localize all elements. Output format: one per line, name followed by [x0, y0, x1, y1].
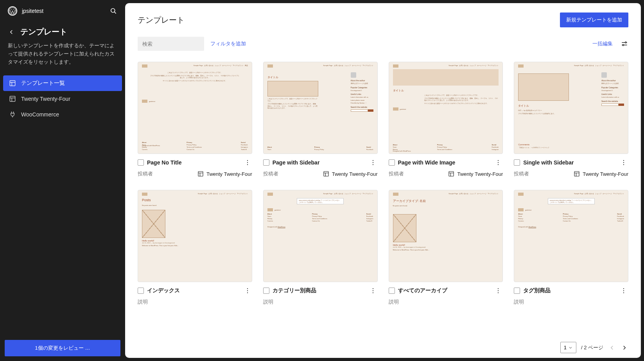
template-title[interactable]: タグ別商品: [523, 287, 616, 294]
template-title[interactable]: Page with Sidebar: [273, 159, 365, 166]
template-thumbnail[interactable]: Sample Pageお問い合わせショップホームページマイアカウント Posts…: [138, 190, 252, 282]
svg-point-31: [498, 292, 499, 293]
more-actions-button[interactable]: [243, 158, 252, 167]
meta-author-label: 投稿者: [138, 170, 153, 177]
layout-icon: [323, 170, 330, 177]
add-filter-link[interactable]: フィルタを追加: [210, 40, 246, 47]
svg-point-29: [498, 288, 499, 289]
svg-point-25: [247, 292, 248, 293]
template-thumbnail[interactable]: Sample Pageお問い合わせショップホームページマイアカウント wooco…: [263, 190, 378, 282]
svg-rect-10: [198, 172, 203, 176]
template-checkbox[interactable]: [263, 159, 269, 166]
layout-icon: [573, 170, 580, 177]
more-actions-button[interactable]: [493, 158, 503, 167]
svg-point-11: [372, 160, 373, 161]
template-thumbnail[interactable]: Sample Pageお問い合わせショップホームページマイアカウント アーカイブ…: [389, 190, 503, 282]
wordpress-logo-icon[interactable]: [8, 6, 17, 16]
template-card: Sample Pageお問い合わせショップホームページマイアカウント wooco…: [514, 190, 628, 307]
back-chevron-icon[interactable]: [8, 29, 15, 36]
nav-item-templates-list[interactable]: テンプレート一覧: [3, 75, 122, 91]
site-name[interactable]: jpsitetest: [22, 8, 43, 14]
svg-rect-14: [324, 172, 328, 176]
template-card: Sample Pageお問い合わせショップホームページマイアカウント タイトル …: [514, 62, 628, 179]
svg-point-15: [498, 160, 499, 161]
more-actions-button[interactable]: [619, 158, 628, 167]
svg-point-34: [623, 292, 624, 293]
toolbar: フィルタを追加 一括編集: [125, 34, 641, 55]
template-thumbnail[interactable]: Sample Pageお問い合わせショップホームページマイアカウント wooco…: [514, 190, 628, 282]
template-checkbox[interactable]: [389, 288, 395, 294]
template-title[interactable]: Single with Sidebar: [523, 159, 616, 166]
search-input[interactable]: [141, 38, 210, 50]
template-card: Sample Pageお問い合わせショップホームページマイアカウント wooco…: [263, 190, 378, 307]
layout-icon: [197, 170, 204, 177]
nav-item-woocommerce[interactable]: WooCommerce: [3, 107, 122, 122]
svg-point-7: [247, 160, 248, 161]
template-card: Sample Pageお問い合わせショップホームページマイアカウント商品 これは…: [138, 62, 252, 179]
template-checkbox[interactable]: [138, 288, 144, 294]
template-title[interactable]: すべてのアーカイブ: [398, 287, 491, 294]
template-thumbnail[interactable]: Sample Pageお問い合わせショップホームページマイアカウント タイトル …: [514, 62, 628, 154]
template-grid: Sample Pageお問い合わせショップホームページマイアカウント商品 これは…: [138, 62, 628, 307]
template-thumbnail[interactable]: Sample Pageお問い合わせショップホームページマイアカウント商品 これは…: [138, 62, 252, 154]
view-options-icon[interactable]: [621, 40, 628, 48]
template-checkbox[interactable]: [389, 159, 395, 166]
template-grid-wrap: Sample Pageお問い合わせショップホームページマイアカウント商品 これは…: [125, 55, 641, 337]
page-select[interactable]: 1: [560, 342, 576, 353]
more-actions-button[interactable]: [368, 158, 378, 167]
more-actions-button[interactable]: [493, 286, 503, 295]
template-thumbnail[interactable]: Sample Pageお問い合わせショップホームページマイアカウント タイトル …: [389, 62, 503, 154]
svg-point-21: [623, 164, 624, 165]
meta-theme: Twenty Twenty-Four: [323, 170, 378, 177]
page-description: 新しいテンプレートを作成するか、テーマによって提供されるテンプレートに加えられた…: [0, 40, 125, 72]
review-changes-button[interactable]: 1個の変更をレビュー …: [5, 340, 120, 356]
svg-point-13: [372, 164, 373, 165]
search-box: [138, 37, 204, 51]
layout-icon: [448, 170, 455, 177]
nav-item-twenty-twenty-four[interactable]: Twenty Twenty-Four: [3, 91, 122, 107]
meta-author-label: 投稿者: [514, 170, 529, 177]
template-card: Sample Pageお問い合わせショップホームページマイアカウント アーカイブ…: [389, 190, 503, 307]
nav-list: テンプレート一覧 Twenty Twenty-Four WooCommerce: [0, 72, 125, 125]
more-actions-button[interactable]: [619, 286, 628, 295]
template-thumbnail[interactable]: Sample Pageお問い合わせショップホームページマイアカウント タイトル …: [263, 62, 378, 154]
more-actions-button[interactable]: [368, 286, 378, 295]
template-title[interactable]: Page with Wide Image: [398, 159, 491, 166]
svg-point-17: [498, 164, 499, 165]
chevron-down-icon: [568, 345, 573, 350]
main-header: テンプレート 新規テンプレートを追加: [125, 3, 641, 34]
more-actions-button[interactable]: [243, 286, 252, 295]
svg-point-27: [372, 290, 373, 291]
svg-point-33: [623, 290, 624, 291]
nav-item-label: テンプレート一覧: [21, 80, 65, 87]
template-title[interactable]: インデックス: [147, 287, 240, 294]
svg-point-16: [498, 162, 499, 163]
template-title[interactable]: カテゴリー別商品: [273, 287, 365, 294]
svg-point-32: [623, 288, 624, 289]
template-checkbox[interactable]: [263, 288, 269, 294]
svg-rect-2: [10, 81, 15, 86]
template-checkbox[interactable]: [138, 159, 144, 166]
plug-icon: [9, 111, 16, 118]
svg-rect-22: [574, 172, 579, 176]
template-checkbox[interactable]: [514, 159, 520, 166]
add-template-button[interactable]: 新規テンプレートを追加: [560, 13, 628, 27]
pagination: 1 / 2 ページ: [125, 337, 641, 358]
template-checkbox[interactable]: [514, 288, 520, 294]
meta-author-label: 投稿者: [263, 170, 278, 177]
svg-point-28: [372, 292, 373, 293]
prev-page-button[interactable]: [608, 344, 616, 352]
svg-point-26: [372, 288, 373, 289]
svg-point-30: [498, 290, 499, 291]
svg-point-9: [247, 164, 248, 165]
meta-theme: Twenty Twenty-Four: [197, 170, 252, 177]
meta-description-label: 説明: [263, 298, 273, 306]
meta-description-label: 説明: [514, 298, 524, 306]
search-icon[interactable]: [109, 7, 117, 15]
svg-point-5: [625, 42, 626, 43]
svg-point-8: [247, 162, 248, 163]
svg-point-23: [247, 288, 248, 289]
next-page-button[interactable]: [621, 344, 628, 352]
bulk-edit-link[interactable]: 一括編集: [592, 40, 613, 47]
template-title[interactable]: Page No Title: [147, 159, 240, 166]
